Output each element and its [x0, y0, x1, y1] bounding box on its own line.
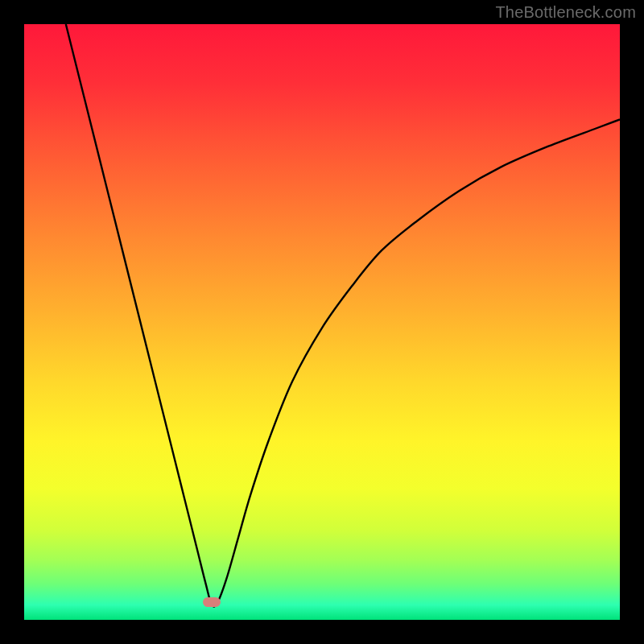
bottleneck-curve	[66, 24, 620, 606]
curve-layer	[24, 24, 620, 620]
minimum-marker	[203, 597, 221, 607]
chart-stage: TheBottleneck.com	[0, 0, 644, 644]
plot-area	[24, 24, 620, 620]
watermark-text: TheBottleneck.com	[495, 3, 636, 22]
